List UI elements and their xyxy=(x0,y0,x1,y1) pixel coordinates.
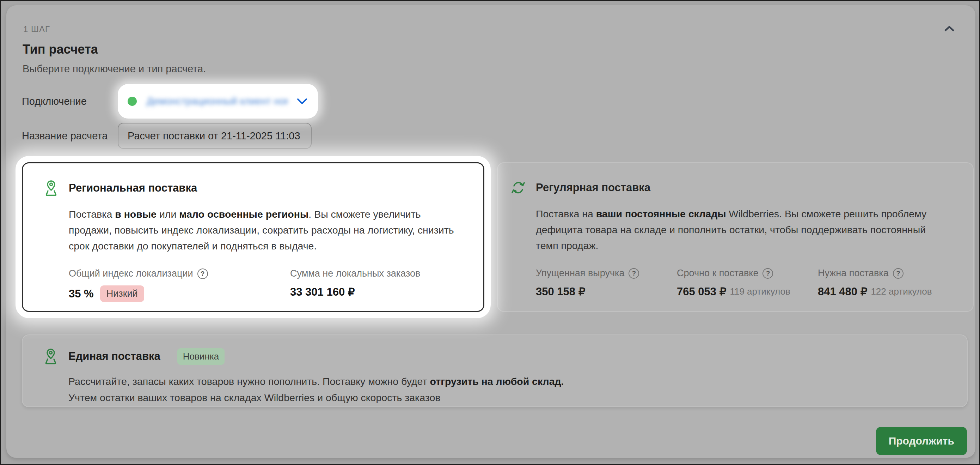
page-title: Тип расчета xyxy=(22,42,968,57)
stat-missed-revenue: Упущенная выручка ? 350 158 ₽ xyxy=(536,268,677,298)
help-icon[interactable]: ? xyxy=(197,268,208,279)
stat-localization-index: Общий индекс локализации ? 35 % Низкий xyxy=(69,268,290,302)
stat-value: 350 158 ₽ xyxy=(536,285,585,298)
stat-urgent-supply: Срочно к поставке ? 765 053 ₽ 119 артику… xyxy=(677,268,818,298)
supply-type-cards: Региональная поставка Поставка в новые и… xyxy=(22,162,968,312)
card-description: Рассчитайте, запасы каких товаров нужно … xyxy=(68,373,947,406)
chevron-up-icon xyxy=(944,26,955,32)
step-label: 1 ШАГ xyxy=(23,24,968,34)
connection-status-dot xyxy=(127,97,137,106)
card-title: Региональная поставка xyxy=(69,182,197,194)
calc-name-label: Название расчета xyxy=(22,130,118,142)
connection-select[interactable]: Демонстрационный клиент номер 1 xyxy=(118,84,318,118)
help-icon[interactable]: ? xyxy=(628,268,639,279)
calc-name-row: Название расчета xyxy=(22,122,968,150)
stat-note: 122 артикулов xyxy=(871,286,932,297)
stat-needed-supply: Нужна поставка ? 841 480 ₽ 122 артикулов xyxy=(818,268,959,298)
connection-label: Подключение xyxy=(22,96,118,107)
stat-value: 841 480 ₽ xyxy=(818,285,867,298)
location-pin-icon xyxy=(43,180,60,197)
status-badge-low: Низкий xyxy=(100,285,144,302)
card-unified-supply[interactable]: Единая поставка Новинка Рассчитайте, зап… xyxy=(22,334,968,407)
stat-value: 35 % xyxy=(69,288,94,300)
location-pin-icon xyxy=(42,348,59,365)
connection-value-blurred: Демонстрационный клиент номер 1 xyxy=(146,96,288,107)
card-title: Единая поставка xyxy=(68,350,161,363)
page-subtitle: Выберите подключение и тип расчета. xyxy=(22,63,968,75)
card-description: Поставка на ваши постоянные склады Wildb… xyxy=(536,206,948,254)
stat-note: 119 артикулов xyxy=(730,286,790,297)
collapse-section-button[interactable] xyxy=(941,22,958,36)
supply-calculator-screen: 1 ШАГ Тип расчета Выберите подключение и… xyxy=(0,0,980,465)
new-badge: Новинка xyxy=(177,348,224,365)
step1-calculation-type-panel: 1 ШАГ Тип расчета Выберите подключение и… xyxy=(6,5,975,458)
card-regional-supply[interactable]: Региональная поставка Поставка в новые и… xyxy=(22,162,484,312)
card-regular-supply[interactable]: Регулярная поставка Поставка на ваши пос… xyxy=(497,162,974,312)
card-description: Поставка в новые или мало освоенные реги… xyxy=(69,206,461,254)
help-icon[interactable]: ? xyxy=(762,268,773,279)
refresh-icon xyxy=(510,179,527,196)
stat-value: 765 053 ₽ xyxy=(677,285,726,298)
help-icon[interactable]: ? xyxy=(893,268,904,279)
calc-name-input[interactable] xyxy=(118,123,312,149)
stat-value: 33 301 160 ₽ xyxy=(290,285,355,299)
stat-nonlocal-orders-sum: Сумма не локальных заказов 33 301 160 ₽ xyxy=(290,268,420,302)
card-title: Регулярная поставка xyxy=(536,181,651,194)
connection-row: Подключение Демонстрационный клиент номе… xyxy=(22,84,968,118)
chevron-down-icon xyxy=(296,97,308,105)
continue-button[interactable]: Продолжить xyxy=(876,427,967,455)
